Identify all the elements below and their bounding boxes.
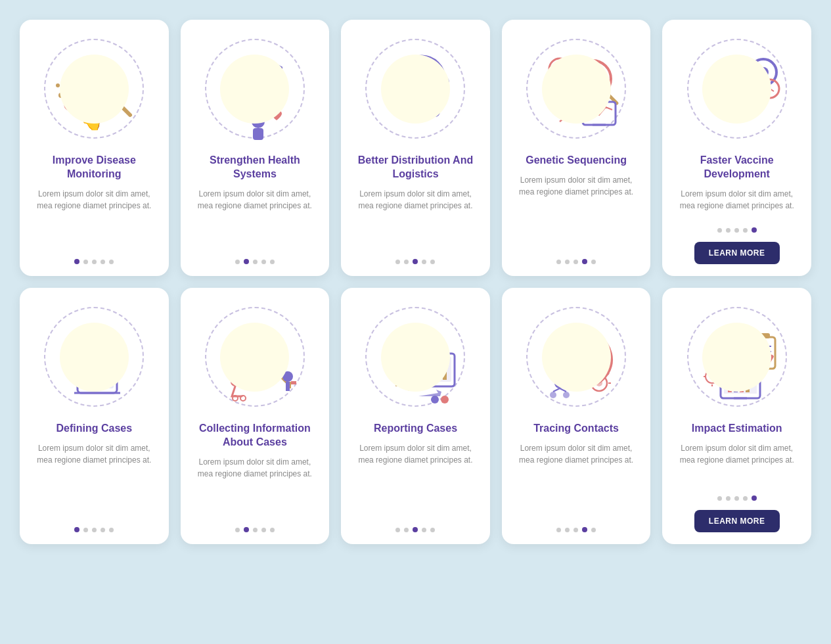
dot-3[interactable] [573, 260, 578, 264]
card-title: Impact Estimation [692, 422, 782, 436]
card-icon-area [681, 33, 793, 145]
dot-4[interactable] [101, 260, 105, 264]
svg-line-108 [553, 388, 560, 392]
dot-4[interactable] [582, 259, 587, 264]
card-title: Better Distribution And Logistics [353, 154, 478, 181]
pagination-dots [556, 259, 596, 264]
svg-rect-81 [291, 381, 296, 384]
dot-4[interactable] [261, 528, 266, 532]
inner-circle [542, 323, 611, 392]
dot-5[interactable] [752, 227, 757, 233]
dot-3[interactable] [92, 528, 97, 532]
card-icon-area: ★ ★ ★ [199, 33, 311, 145]
dot-2[interactable] [404, 260, 409, 264]
pagination-dots [395, 259, 435, 264]
dot-4[interactable] [743, 496, 748, 501]
svg-point-84 [240, 396, 246, 401]
dot-2[interactable] [565, 260, 570, 264]
pagination-dots [74, 259, 114, 264]
dot-4[interactable] [422, 528, 426, 532]
dot-5[interactable] [752, 495, 757, 501]
dot-4[interactable] [101, 528, 105, 532]
pagination-dots [395, 527, 435, 532]
inner-circle [702, 55, 771, 124]
dot-3[interactable] [92, 260, 97, 264]
card-collecting-information: i Collecting Information About Cases Lor… [181, 288, 330, 544]
dot-4[interactable] [261, 260, 266, 264]
inner-circle [220, 323, 289, 392]
card-body: Lorem ipsum dolor sit dim amet, mea regi… [674, 442, 799, 486]
dot-5[interactable] [591, 260, 596, 264]
dot-1[interactable] [235, 260, 240, 264]
dot-4[interactable] [422, 260, 426, 264]
svg-point-94 [441, 396, 449, 403]
dot-4[interactable] [582, 527, 587, 532]
dot-5[interactable] [430, 528, 435, 532]
dot-2[interactable] [244, 259, 249, 264]
dot-2[interactable] [726, 496, 730, 501]
dot-5[interactable] [109, 260, 114, 264]
dot-1[interactable] [74, 259, 79, 264]
card-title: Reporting Cases [374, 422, 457, 436]
learn-more-button[interactable]: LEARN MORE [694, 242, 780, 264]
dashed-circle: i [524, 36, 629, 141]
card-genetic-sequencing: i Genetic [502, 20, 651, 276]
dot-3[interactable] [413, 259, 418, 264]
pagination-dots [74, 527, 114, 532]
dot-3[interactable] [253, 260, 258, 264]
dot-2[interactable] [726, 228, 730, 233]
dot-3[interactable] [253, 528, 258, 532]
card-body: Lorem ipsum dolor sit dim amet, mea regi… [32, 188, 157, 250]
dot-1[interactable] [556, 260, 561, 264]
dot-3[interactable] [413, 527, 418, 532]
learn-more-button-2[interactable]: LEARN MORE [694, 510, 780, 532]
dot-2[interactable] [565, 528, 570, 532]
dot-1[interactable] [717, 228, 722, 233]
card-defining-cases: Defining Cases Lorem ipsum dolor sit dim… [20, 288, 169, 544]
dot-1[interactable] [235, 528, 240, 532]
dot-5[interactable] [430, 260, 435, 264]
dot-5[interactable] [591, 528, 596, 532]
dot-1[interactable] [556, 528, 561, 532]
dot-3[interactable] [573, 528, 578, 532]
dot-2[interactable] [244, 527, 249, 532]
dot-5[interactable] [270, 528, 275, 532]
inner-circle [702, 323, 771, 392]
pagination-dots [556, 527, 596, 532]
dot-4[interactable] [743, 228, 748, 233]
dot-1[interactable] [74, 527, 79, 532]
card-reporting-cases: i Reportin [341, 288, 490, 544]
card-better-distribution: Better Distribution And Logistics Lorem … [341, 20, 490, 276]
inner-circle [542, 55, 611, 124]
dashed-circle [685, 304, 790, 409]
dot-3[interactable] [734, 496, 739, 501]
card-strengthen-health: ★ ★ ★ Strengthen Health Systems Lorem ip… [181, 20, 330, 276]
dot-5[interactable] [109, 528, 114, 532]
dot-1[interactable] [717, 496, 722, 501]
card-title: Defining Cases [56, 422, 133, 436]
dashed-circle: i [363, 304, 468, 409]
inner-circle [60, 323, 129, 392]
inner-circle [381, 55, 450, 124]
dot-2[interactable] [404, 528, 409, 532]
dashed-circle [363, 36, 468, 141]
inner-circle [60, 55, 129, 124]
inner-circle [381, 323, 450, 392]
dot-3[interactable] [734, 228, 739, 233]
dot-1[interactable] [395, 528, 400, 532]
card-title: Tracing Contacts [533, 422, 619, 436]
dot-5[interactable] [270, 260, 275, 264]
dot-1[interactable] [395, 260, 400, 264]
card-body: Lorem ipsum dolor sit dim amet, mea regi… [32, 442, 157, 518]
svg-rect-79 [286, 382, 290, 391]
card-title: Genetic Sequencing [526, 154, 627, 168]
card-impact-estimation: Impact Estimation Lorem ipsum dolor sit … [662, 288, 811, 544]
card-icon-area: i [520, 33, 632, 145]
card-body: Lorem ipsum dolor sit dim amet, mea regi… [192, 456, 318, 518]
pagination-dots [717, 495, 757, 501]
dot-2[interactable] [83, 528, 88, 532]
svg-rect-80 [290, 382, 291, 388]
card-title: Improve Disease Monitoring [32, 154, 157, 181]
pagination-dots [717, 227, 757, 233]
dot-2[interactable] [83, 260, 88, 264]
